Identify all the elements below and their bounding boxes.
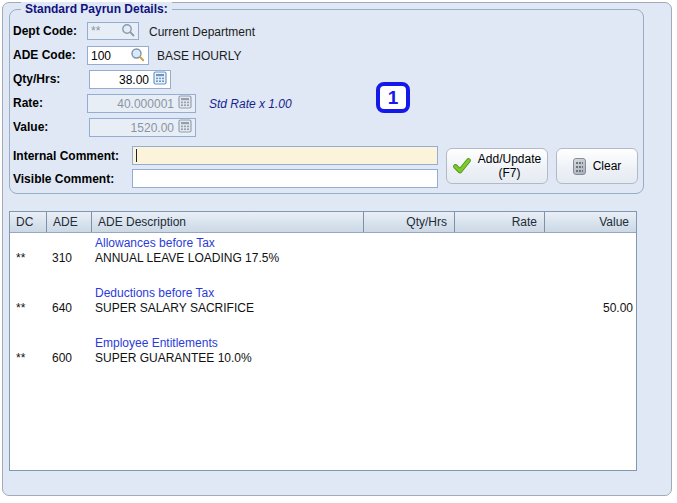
check-icon [453,158,471,174]
cell-desc: Employee Entitlements [95,336,218,351]
table-body: Allowances before Tax**310ANNUAL LEAVE L… [10,236,636,366]
qty-hrs-value: 38.00 [93,73,153,87]
cell-desc: SUPER SALARY SACRIFICE [95,301,254,316]
cell-ade: 640 [52,301,72,316]
cell-desc: Deductions before Tax [95,286,214,301]
cell-desc: Allowances before Tax [95,236,215,251]
ade-code-description: BASE HOURLY [157,49,241,64]
clear-button[interactable]: Clear [556,148,638,184]
table-header-row: DCADEADE DescriptionQty/HrsRateValue [10,212,636,233]
column-header-desc[interactable]: ADE Description [92,212,364,232]
add-update-button[interactable]: Add/Update (F7) [446,148,548,184]
annotation-badge-1: 1 [376,82,410,113]
value-label: Value: [13,120,48,135]
column-header-rate[interactable]: Rate [455,212,545,232]
dept-code-label: Dept Code: [13,24,77,39]
table-row[interactable]: **640SUPER SALARY SACRIFICE50.00 [10,301,636,316]
column-header-qty[interactable]: Qty/Hrs [364,212,455,232]
table-row[interactable]: **310ANNUAL LEAVE LOADING 17.5% [10,251,636,266]
calculator-icon [178,95,192,112]
eraser-icon [573,158,586,175]
add-update-button-label: Add/Update (F7) [478,152,541,180]
qty-hrs-label: Qty/Hrs: [13,72,60,87]
ade-code-field[interactable]: 100 [87,46,149,65]
std-rate-note: Std Rate x 1.00 [209,97,292,112]
ade-lines-table: DCADEADE DescriptionQty/HrsRateValue All… [9,211,637,471]
cell-value: 50.00 [545,301,633,316]
visible-comment-label: Visible Comment: [13,172,114,187]
column-header-value[interactable]: Value [545,212,636,232]
table-group-row: Deductions before Tax [10,286,636,301]
search-icon[interactable] [121,23,135,40]
cell-ade: 600 [52,351,72,366]
cell-desc: SUPER GUARANTEE 10.0% [95,351,252,366]
ade-code-value: 100 [91,49,130,63]
search-icon[interactable] [130,47,145,65]
cell-ade: 310 [52,251,72,266]
internal-comment-label: Internal Comment: [13,149,119,164]
text-caret [136,149,137,162]
rate-value: 40.000001 [91,97,178,111]
column-header-ade[interactable]: ADE [47,212,92,232]
calculator-icon[interactable] [153,71,167,88]
rate-field: 40.000001 [87,94,196,113]
qty-hrs-field[interactable]: 38.00 [89,70,171,89]
internal-comment-input[interactable] [132,146,438,165]
groupbox-title: Standard Payrun Details: [21,2,172,16]
dept-code-field[interactable]: ** [87,22,139,40]
dept-code-description: Current Department [149,25,255,40]
table-group-row: Allowances before Tax [10,236,636,251]
value-field: 1520.00 [89,118,196,137]
clear-button-label: Clear [593,159,622,173]
table-row[interactable]: **600SUPER GUARANTEE 10.0% [10,351,636,366]
ade-code-label: ADE Code: [13,48,76,63]
rate-label: Rate: [13,96,43,111]
cell-dc: ** [16,301,25,316]
value-value: 1520.00 [93,121,178,135]
table-group-row: Employee Entitlements [10,336,636,351]
calculator-icon [178,119,192,136]
cell-dc: ** [16,351,25,366]
cell-desc: ANNUAL LEAVE LOADING 17.5% [95,251,279,266]
visible-comment-input[interactable] [132,169,438,188]
dept-code-value: ** [91,24,121,38]
column-header-dc[interactable]: DC [10,212,47,232]
cell-dc: ** [16,251,25,266]
payrun-details-window: Standard Payrun Details: Dept Code: ** C… [2,2,672,496]
